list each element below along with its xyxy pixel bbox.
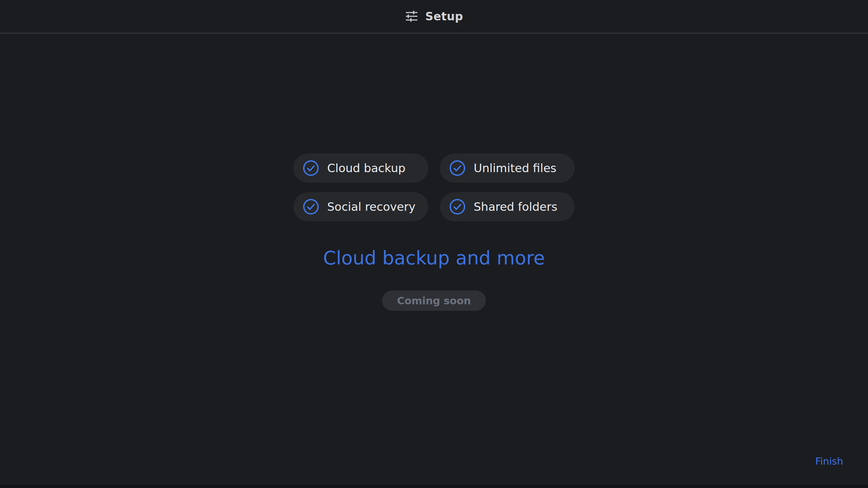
check-circle-icon [449,199,466,215]
check-circle-icon [449,160,466,176]
window-bottom-edge [0,485,868,488]
check-circle-icon [303,199,319,215]
main-content: Cloud backup Unlimited files [0,34,868,311]
features-grid: Cloud backup Unlimited files [293,154,575,221]
feature-pill-cloud-backup: Cloud backup [293,154,428,183]
header: Setup [0,0,868,34]
setup-window: Setup Cloud backup [0,0,868,488]
feature-pill-unlimited-files: Unlimited files [440,154,575,183]
feature-pill-shared-folders: Shared folders [440,192,575,221]
feature-label: Cloud backup [327,161,406,175]
feature-pill-social-recovery: Social recovery [293,192,428,221]
feature-label: Shared folders [474,200,557,214]
page-title: Setup [425,10,463,23]
finish-button[interactable]: Finish [815,455,843,467]
feature-label: Unlimited files [474,161,556,175]
coming-soon-button[interactable]: Coming soon [382,290,486,311]
tune-icon [405,9,418,23]
feature-label: Social recovery [327,200,415,214]
check-circle-icon [303,160,319,176]
feature-heading: Cloud backup and more [323,247,545,269]
